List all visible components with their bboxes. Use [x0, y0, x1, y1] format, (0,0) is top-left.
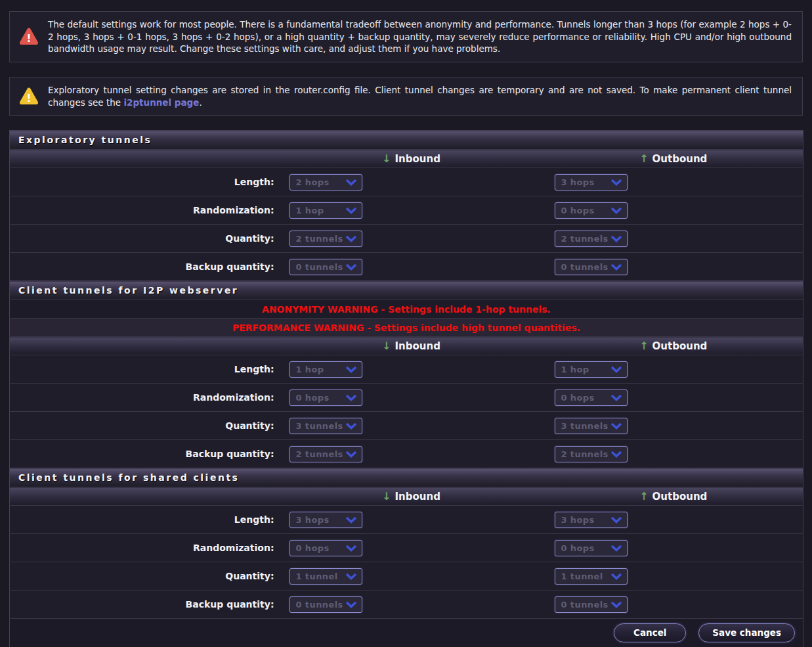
arrow-down-icon: ↓ — [382, 490, 391, 502]
chevron-down-icon — [610, 207, 622, 214]
selected-value: 2 tunnels — [561, 234, 609, 244]
arrow-down-icon: ↓ — [382, 152, 391, 165]
outbound-randomization-select[interactable]: 0 hops — [555, 202, 628, 219]
selected-value: 1 hop — [296, 365, 324, 374]
outbound-column-label: Outbound — [652, 491, 708, 502]
outbound-quantity-select[interactable]: 3 tunnels — [555, 418, 628, 434]
inbound-column-label: Inbound — [395, 153, 440, 165]
inbound-quantity-select[interactable]: 3 tunnels — [289, 418, 362, 434]
column-header-spacer — [10, 487, 279, 506]
inbound-length-select[interactable]: 2 hops — [289, 174, 362, 190]
outbound-backup-quantity-select[interactable]: 0 tunnels — [555, 259, 628, 275]
selected-value: 1 tunnel — [561, 571, 603, 581]
outbound-backup-quantity-select[interactable]: 0 tunnels — [555, 596, 628, 613]
arrow-up-icon: ↑ — [639, 152, 648, 165]
inbound-length-select[interactable]: 3 hops — [289, 512, 362, 528]
inbound-quantity-select[interactable]: 1 tunnel — [289, 568, 362, 585]
chevron-down-icon — [345, 601, 357, 608]
chevron-down-icon — [345, 516, 357, 524]
selected-value: 2 hops — [296, 177, 330, 187]
selected-value: 0 tunnels — [296, 262, 343, 272]
chevron-down-icon — [345, 573, 357, 580]
selected-value: 2 tunnels — [296, 234, 343, 244]
outbound-column-label: Outbound — [652, 153, 708, 165]
chevron-down-icon — [345, 422, 357, 430]
inbound-column-label: Inbound — [395, 491, 440, 502]
setting-label: Quantity: — [225, 420, 274, 431]
selected-value: 0 hops — [561, 206, 595, 215]
selected-value: 0 tunnels — [561, 262, 609, 272]
inbound-column-header: ↓Inbound — [279, 150, 544, 168]
chevron-down-icon — [610, 573, 622, 580]
setting-row: Randomization: 0 hops 0 hops — [10, 534, 803, 562]
selected-value: 3 tunnels — [296, 421, 343, 431]
critical-alert-text: The default settings work for most peopl… — [48, 18, 792, 55]
setting-row: Randomization: 1 hop 0 hops — [10, 196, 803, 225]
setting-label: Quantity: — [225, 233, 274, 244]
selected-value: 3 hops — [561, 515, 595, 525]
inbound-backup-quantity-select[interactable]: 0 tunnels — [289, 259, 362, 275]
outbound-column-header: ↑Outbound — [544, 150, 803, 168]
setting-label: Length: — [234, 177, 274, 187]
column-header-row: ↓Inbound ↑Outbound — [10, 150, 803, 168]
critical-alert-box: ! The default settings work for most peo… — [9, 11, 803, 62]
section-title: Client tunnels for I2P webserver — [10, 281, 803, 300]
chevron-down-icon — [610, 235, 622, 242]
outbound-randomization-select[interactable]: 0 hops — [555, 540, 628, 556]
inbound-randomization-select[interactable]: 0 hops — [289, 540, 362, 556]
column-header-spacer — [10, 337, 279, 355]
info-alert-text-after: . — [199, 97, 202, 108]
svg-text:!: ! — [27, 33, 32, 45]
section-warning-row: ANONYMITY WARNING - Settings include 1-h… — [10, 300, 803, 319]
inbound-backup-quantity-select[interactable]: 0 tunnels — [289, 596, 362, 613]
setting-row: Length: 1 hop 1 hop — [10, 355, 803, 384]
outbound-backup-quantity-select[interactable]: 2 tunnels — [555, 446, 628, 462]
setting-label: Randomization: — [193, 205, 274, 215]
cancel-button[interactable]: Cancel — [614, 623, 686, 642]
chevron-down-icon — [345, 263, 357, 271]
inbound-randomization-select[interactable]: 1 hop — [289, 202, 362, 219]
form-actions-row: Cancel Save changes — [10, 619, 803, 647]
alert-triangle-red-icon: ! — [18, 27, 39, 46]
arrow-down-icon: ↓ — [382, 340, 391, 352]
section-header-row: Client tunnels for I2P webserver — [10, 281, 803, 300]
chevron-down-icon — [610, 545, 622, 552]
outbound-length-select[interactable]: 1 hop — [555, 361, 628, 378]
outbound-length-select[interactable]: 3 hops — [555, 512, 628, 528]
chevron-down-icon — [345, 207, 357, 214]
selected-value: 0 tunnels — [561, 600, 609, 610]
setting-label: Length: — [234, 364, 274, 374]
setting-label: Backup quantity: — [186, 599, 274, 610]
section-title: Client tunnels for shared clients — [10, 468, 803, 487]
outbound-length-select[interactable]: 3 hops — [555, 174, 628, 190]
save-changes-button[interactable]: Save changes — [698, 623, 795, 642]
chevron-down-icon — [610, 179, 622, 186]
inbound-column-header: ↓Inbound — [279, 337, 544, 355]
chevron-down-icon — [345, 451, 357, 458]
outbound-randomization-select[interactable]: 0 hops — [555, 390, 628, 406]
outbound-quantity-select[interactable]: 1 tunnel — [555, 568, 628, 585]
setting-row: Quantity: 3 tunnels 3 tunnels — [10, 412, 803, 440]
selected-value: 2 tunnels — [296, 449, 343, 459]
selected-value: 1 hop — [561, 365, 589, 374]
chevron-down-icon — [345, 179, 357, 186]
section-header-row: Exploratory tunnels — [10, 131, 803, 150]
chevron-down-icon — [610, 601, 622, 608]
selected-value: 3 hops — [561, 177, 595, 187]
inbound-backup-quantity-select[interactable]: 2 tunnels — [289, 446, 362, 462]
chevron-down-icon — [345, 366, 357, 373]
inbound-randomization-select[interactable]: 0 hops — [289, 390, 362, 406]
outbound-quantity-select[interactable]: 2 tunnels — [555, 231, 628, 247]
setting-row: Length: 3 hops 3 hops — [10, 506, 803, 534]
inbound-quantity-select[interactable]: 2 tunnels — [289, 231, 362, 247]
chevron-down-icon — [345, 235, 357, 242]
setting-label: Backup quantity: — [186, 449, 274, 459]
setting-label: Backup quantity: — [186, 261, 274, 272]
chevron-down-icon — [610, 451, 622, 458]
inbound-length-select[interactable]: 1 hop — [289, 361, 362, 378]
i2ptunnel-page-link[interactable]: i2ptunnel page — [123, 97, 199, 108]
selected-value: 0 tunnels — [296, 600, 343, 610]
tunnel-config-page: ! The default settings work for most peo… — [0, 0, 812, 647]
setting-row: Backup quantity: 0 tunnels 0 tunnels — [10, 253, 803, 281]
setting-row: Quantity: 1 tunnel 1 tunnel — [10, 562, 803, 591]
